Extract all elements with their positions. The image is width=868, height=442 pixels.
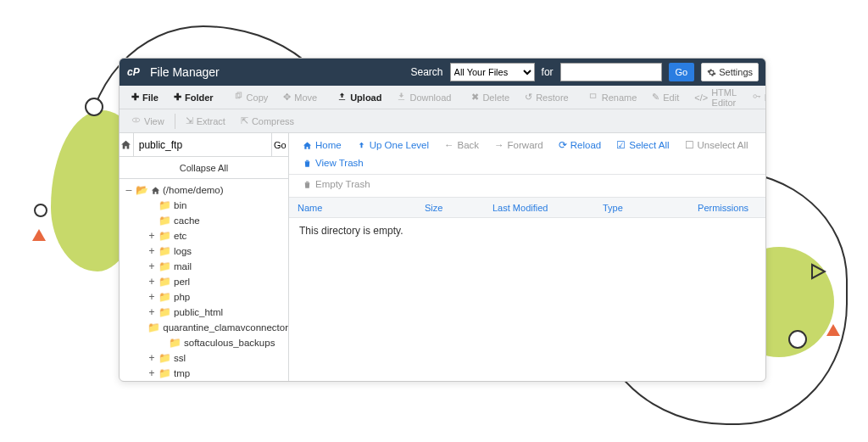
tree-item[interactable]: +📁logs	[125, 243, 288, 259]
copy-icon	[234, 92, 243, 103]
home-button[interactable]	[120, 133, 134, 156]
tree-item-label: etc	[174, 231, 186, 241]
html-editor-label: HTML Editor	[711, 87, 737, 108]
col-permissions[interactable]: Permissions	[679, 203, 765, 213]
nav-back[interactable]: ←Back	[437, 137, 486, 153]
expand-icon[interactable]: +	[147, 367, 156, 379]
upload-button[interactable]: Upload	[331, 88, 388, 106]
decor-circle-3	[788, 330, 807, 349]
sidebar: Go Collapse All – 📂 (/home/demo) 📁bin📁ca…	[120, 133, 289, 381]
restore-button[interactable]: ↺Restore	[518, 88, 576, 106]
tree-root[interactable]: – 📂 (/home/demo)	[125, 182, 288, 198]
folder-label: Folder	[185, 92, 214, 103]
nav-reload-label: Reload	[570, 140, 601, 150]
tree-item-label: bin	[174, 200, 186, 210]
search-go-button[interactable]: Go	[669, 63, 695, 81]
tree-item[interactable]: +📁perl	[125, 274, 288, 289]
nav-reload[interactable]: ⟳Reload	[552, 137, 608, 154]
expand-icon[interactable]: +	[147, 260, 156, 272]
svg-point-7	[136, 120, 137, 121]
search-scope-select[interactable]: All Your Files	[450, 63, 535, 81]
folder-icon: 📁	[159, 276, 171, 288]
search-label: Search	[411, 66, 443, 78]
upload-label: Upload	[350, 92, 381, 103]
view-trash-label: View Trash	[315, 158, 364, 168]
titlebar: cP File Manager Search All Your Files fo…	[120, 59, 765, 86]
tree-item[interactable]: +📁tmp	[125, 366, 288, 381]
folder-icon: 📁	[159, 199, 171, 211]
compress-button[interactable]: ⇱Compress	[234, 112, 301, 130]
path-go-button[interactable]: Go	[271, 133, 288, 156]
extract-icon: ⇲	[186, 115, 193, 126]
expand-icon[interactable]: +	[147, 306, 156, 318]
search-input[interactable]	[560, 63, 662, 81]
collapse-icon[interactable]: –	[125, 184, 133, 196]
move-button[interactable]: ✥Move	[276, 88, 324, 106]
delete-button[interactable]: ✖Delete	[465, 88, 516, 106]
file-label: File	[142, 92, 159, 103]
select-all[interactable]: ☑Select All	[609, 137, 676, 154]
check-icon: ☑	[616, 139, 626, 151]
home-icon	[151, 186, 160, 195]
tree-item[interactable]: 📁cache	[125, 213, 288, 228]
restore-label: Restore	[536, 92, 569, 103]
body-area: Go Collapse All – 📂 (/home/demo) 📁bin📁ca…	[120, 133, 765, 381]
html-editor-button[interactable]: </>HTML Editor	[687, 84, 743, 111]
tree-item-label: public_html	[174, 307, 223, 317]
view-trash[interactable]: View Trash	[296, 155, 370, 171]
code-icon: </>	[694, 92, 708, 103]
col-last-modified[interactable]: Last Modified	[484, 203, 594, 213]
move-label: Move	[294, 92, 317, 103]
up-icon	[357, 141, 366, 150]
expand-icon[interactable]: +	[147, 276, 156, 288]
expand-icon[interactable]: +	[147, 291, 156, 303]
empty-trash[interactable]: Empty Trash	[296, 176, 377, 192]
path-input[interactable]	[134, 133, 271, 156]
nav-up[interactable]: Up One Level	[350, 137, 436, 153]
folder-icon: 📁	[147, 322, 160, 333]
rename-button[interactable]: Rename	[582, 88, 644, 106]
svg-point-5	[754, 95, 757, 98]
nav-actions-2: Empty Trash	[289, 175, 765, 198]
search-for-label: for	[542, 66, 554, 78]
tree-item[interactable]: 📁softaculous_backups	[125, 335, 288, 350]
pencil-icon: ✎	[652, 92, 659, 103]
copy-button[interactable]: Copy	[227, 88, 275, 106]
tree-item-label: mail	[174, 261, 192, 271]
tree-item[interactable]: +📁php	[125, 289, 288, 305]
delete-icon: ✖	[471, 92, 479, 103]
file-button[interactable]: ✚File	[125, 88, 165, 106]
download-button[interactable]: Download	[390, 88, 458, 106]
collapse-all-button[interactable]: Collapse All	[120, 157, 288, 179]
tree-item[interactable]: +📁public_html	[125, 305, 288, 320]
separator	[175, 114, 175, 129]
view-button[interactable]: View	[125, 112, 171, 130]
col-name[interactable]: Name	[289, 203, 416, 213]
tree-item-label: softaculous_backups	[184, 338, 275, 348]
folder-tree: – 📂 (/home/demo) 📁bin📁cache+📁etc+📁logs+📁…	[120, 179, 288, 381]
tree-item[interactable]: +📁ssl	[125, 350, 288, 366]
extract-button[interactable]: ⇲Extract	[179, 112, 232, 130]
tree-item[interactable]: +📁mail	[125, 259, 288, 274]
permissions-button[interactable]: Permissions	[745, 88, 766, 106]
expand-icon[interactable]: +	[147, 352, 156, 364]
tree-item[interactable]: 📁bin	[125, 198, 288, 213]
nav-home[interactable]: Home	[296, 137, 348, 153]
tree-item[interactable]: +📁etc	[125, 228, 288, 243]
edit-button[interactable]: ✎Edit	[645, 88, 686, 106]
nav-actions: Home Up One Level ←Back →Forward ⟳Reload…	[289, 133, 765, 175]
toolbar-secondary: View ⇲Extract ⇱Compress	[120, 109, 765, 133]
expand-icon[interactable]: +	[147, 230, 156, 242]
nav-forward-label: Forward	[508, 140, 543, 150]
col-type[interactable]: Type	[594, 203, 679, 213]
settings-button[interactable]: Settings	[701, 63, 759, 81]
rename-icon	[589, 92, 598, 103]
folder-button[interactable]: ✚Folder	[167, 88, 220, 106]
file-manager-window: cP File Manager Search All Your Files fo…	[119, 58, 766, 382]
nav-forward[interactable]: →Forward	[487, 137, 550, 153]
tree-item[interactable]: 📁quarantine_clamavconnector	[125, 320, 288, 335]
expand-icon[interactable]: +	[147, 245, 156, 257]
unselect-all[interactable]: ☐Unselect All	[678, 137, 755, 154]
path-row: Go	[120, 133, 288, 157]
col-size[interactable]: Size	[416, 203, 484, 213]
